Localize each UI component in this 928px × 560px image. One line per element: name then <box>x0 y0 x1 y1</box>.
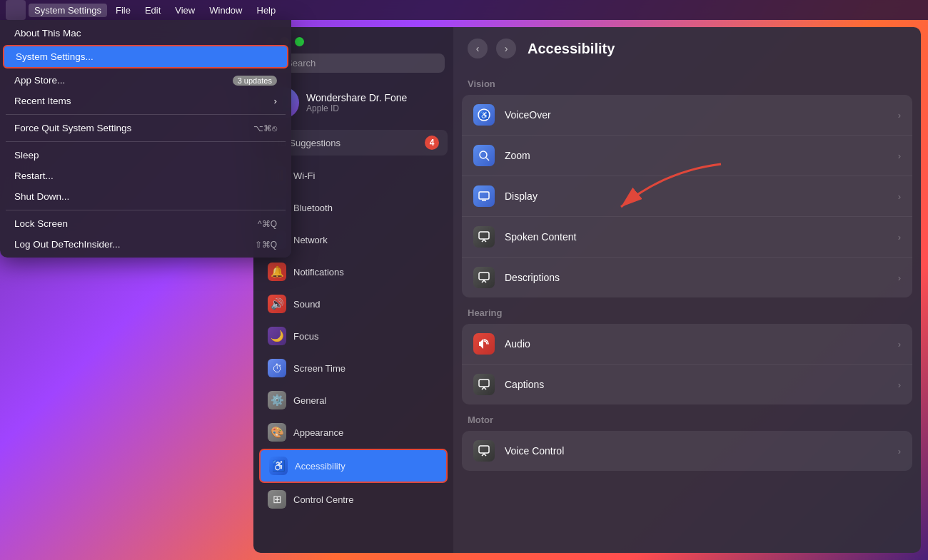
sidebar-item-general[interactable]: ⚙️ General <box>259 385 448 416</box>
display-row[interactable]: Display › <box>462 176 912 217</box>
display-chevron: › <box>898 191 901 202</box>
menubar-items: System Settings File Edit View Window He… <box>29 4 281 17</box>
menu-item-sleep[interactable]: Sleep <box>3 145 288 166</box>
sidebar-label-accessibility: Accessibility <box>295 461 346 472</box>
sidebar-label-general: General <box>293 395 326 406</box>
menu-item-app-store[interactable]: App Store... 3 updates <box>3 70 288 91</box>
svg-rect-8 <box>479 380 489 387</box>
spoken-content-label: Spoken Content <box>505 231 576 243</box>
sidebar-item-notifications[interactable]: 🔔 Notifications <box>259 256 448 287</box>
focus-icon: 🌙 <box>268 327 286 345</box>
maximize-button[interactable] <box>295 37 304 46</box>
vision-settings-group: ♿ VoiceOver › Zoom › Display › Spoken Co… <box>462 95 912 297</box>
menubar-window[interactable]: Window <box>203 4 248 17</box>
audio-label: Audio <box>505 338 530 350</box>
force-quit-shortcut: ⌥⌘⎋ <box>253 123 277 133</box>
accessibility-icon: ♿ <box>269 457 288 475</box>
menubar: System Settings File Edit View Window He… <box>0 0 928 20</box>
captions-row[interactable]: Captions › <box>462 365 912 404</box>
descriptions-row[interactable]: Descriptions › <box>462 258 912 297</box>
sidebar-label-appearance: Appearance <box>293 427 343 438</box>
zoom-label: Zoom <box>505 150 530 161</box>
nav-back-button[interactable]: ‹ <box>468 39 488 58</box>
display-row-icon <box>473 185 495 207</box>
page-title: Accessibility <box>528 41 615 57</box>
spoken-content-chevron: › <box>898 232 901 243</box>
profile-subtitle: Apple ID <box>306 103 407 113</box>
voiceover-row[interactable]: ♿ VoiceOver › <box>462 95 912 136</box>
sidebar-item-focus[interactable]: 🌙 Focus <box>259 320 448 352</box>
sidebar-item-appearance[interactable]: 🎨 Appearance <box>259 417 448 448</box>
lock-shortcut: ^⌘Q <box>258 219 277 229</box>
menu-divider-2 <box>6 141 286 142</box>
sidebar-label-sound: Sound <box>293 299 321 310</box>
descriptions-icon <box>473 267 495 288</box>
menubar-view[interactable]: View <box>169 4 201 17</box>
general-icon: ⚙️ <box>268 391 286 409</box>
hearing-settings-group: Audio › Captions › <box>462 324 912 404</box>
sidebar-label-controlcentre: Control Centre <box>293 494 354 505</box>
svg-rect-9 <box>479 446 489 453</box>
sidebar-label-focus: Focus <box>293 331 318 342</box>
zoom-row-icon <box>473 145 495 166</box>
sidebar-label-network: Network <box>293 235 328 245</box>
menubar-system-settings[interactable]: System Settings <box>29 4 107 17</box>
audio-chevron: › <box>898 339 901 350</box>
motor-settings-group: Voice Control › <box>462 431 912 471</box>
menu-divider-3 <box>6 210 286 210</box>
zoom-row[interactable]: Zoom › <box>462 136 912 176</box>
menu-item-logout[interactable]: Log Out DeTechInsider... ⇧⌘Q <box>3 234 288 255</box>
menu-divider-1 <box>6 114 286 115</box>
apple-menu-button[interactable] <box>6 0 26 20</box>
voice-control-icon <box>473 440 495 462</box>
suggestions-badge: 4 <box>425 136 439 150</box>
menu-item-restart[interactable]: Restart... <box>3 166 288 186</box>
svg-point-2 <box>480 151 487 158</box>
menu-item-about[interactable]: About This Mac <box>3 23 288 44</box>
logout-shortcut: ⇧⌘Q <box>255 240 277 250</box>
zoom-chevron: › <box>898 151 901 161</box>
notifications-icon: 🔔 <box>268 263 286 281</box>
spoken-content-row[interactable]: Spoken Content › <box>462 217 912 258</box>
main-header: ‹ › Accessibility <box>453 27 921 70</box>
profile-info: Wondershare Dr. Fone Apple ID <box>306 92 407 113</box>
voice-control-row[interactable]: Voice Control › <box>462 431 912 471</box>
sidebar-item-accessibility[interactable]: ♿ Accessibility <box>259 449 448 483</box>
menu-item-recent-items[interactable]: Recent Items › <box>3 91 288 111</box>
captions-chevron: › <box>898 380 901 390</box>
appearance-icon: 🎨 <box>268 423 286 442</box>
recent-items-arrow: › <box>274 96 278 106</box>
voiceover-chevron: › <box>898 110 901 121</box>
voiceover-label: VoiceOver <box>505 109 551 121</box>
sidebar-item-screentime[interactable]: ⏱ Screen Time <box>259 352 448 384</box>
sound-icon: 🔊 <box>268 295 286 313</box>
menubar-file[interactable]: File <box>110 4 136 17</box>
controlcentre-icon: ⊞ <box>268 490 286 509</box>
spoken-content-icon <box>473 226 495 248</box>
hearing-section-label: Hearing <box>453 299 921 322</box>
menubar-help[interactable]: Help <box>251 4 282 17</box>
sidebar-label-bluetooth: Bluetooth <box>293 203 333 213</box>
apple-dropdown-menu: About This Mac System Settings... App St… <box>0 20 291 258</box>
menu-item-shutdown[interactable]: Shut Down... <box>3 186 288 207</box>
profile-name: Wondershare Dr. Fone <box>306 92 407 103</box>
display-label: Display <box>505 190 538 202</box>
voice-control-label: Voice Control <box>505 445 564 457</box>
screentime-icon: ⏱ <box>268 359 286 377</box>
audio-icon <box>473 333 495 355</box>
sidebar-item-controlcentre[interactable]: ⊞ Control Centre <box>259 484 448 515</box>
menubar-edit[interactable]: Edit <box>139 4 166 17</box>
menu-item-force-quit[interactable]: Force Quit System Settings ⌥⌘⎋ <box>3 118 288 138</box>
menu-item-lock[interactable]: Lock Screen ^⌘Q <box>3 213 288 234</box>
sidebar-item-sound[interactable]: 🔊 Sound <box>259 288 448 320</box>
svg-text:♿: ♿ <box>480 111 489 120</box>
svg-rect-7 <box>479 273 489 280</box>
nav-forward-button[interactable]: › <box>496 39 516 58</box>
menu-item-system-settings[interactable]: System Settings... <box>3 45 288 68</box>
app-store-badge: 3 updates <box>233 76 277 86</box>
descriptions-chevron: › <box>898 273 901 283</box>
svg-line-3 <box>486 158 489 161</box>
captions-icon <box>473 374 495 395</box>
audio-row[interactable]: Audio › <box>462 324 912 365</box>
captions-label: Captions <box>505 379 544 390</box>
